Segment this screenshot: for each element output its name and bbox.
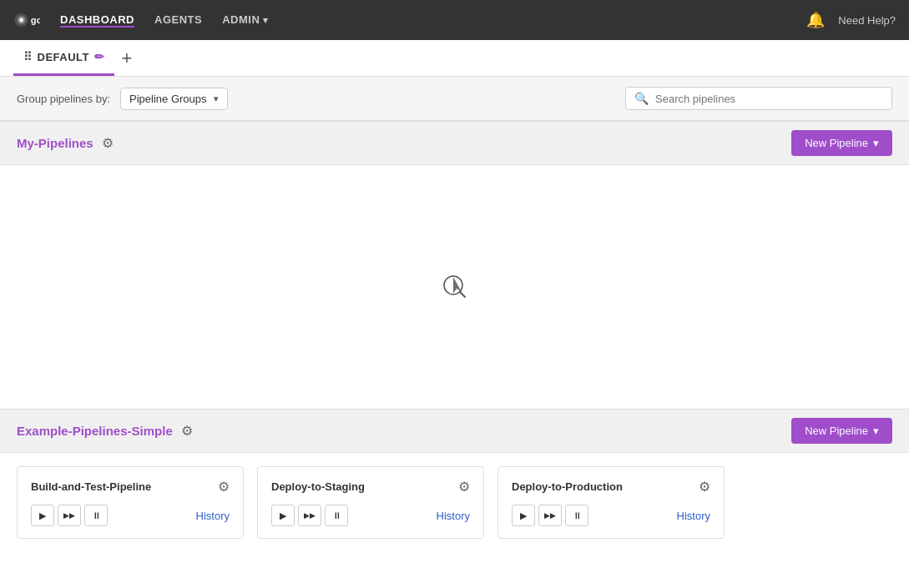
nav-admin[interactable]: ADMIN ▾ [222, 13, 269, 28]
group-by-select[interactable]: Pipeline Groups ▾ [120, 88, 228, 110]
my-pipelines-area [0, 165, 909, 409]
svg-line-5 [460, 292, 465, 297]
bell-icon[interactable]: 🔔 [806, 11, 825, 29]
cursor-icon [442, 274, 468, 300]
tab-default-label: DEFAULT [38, 51, 89, 63]
deploy-production-btn-group: ▶ ▶▶ ⏸ [512, 505, 588, 526]
build-and-test-play-btn[interactable]: ▶ [31, 505, 54, 526]
build-and-test-pause-btn[interactable]: ⏸ [84, 505, 108, 526]
nav-agents[interactable]: AGENTS [154, 13, 202, 28]
deploy-production-history-link[interactable]: History [677, 510, 710, 522]
nav-links: DASHBOARD AGENTS ADMIN ▾ [60, 13, 786, 28]
deploy-staging-play-btn[interactable]: ▶ [271, 505, 295, 526]
tab-edit-icon[interactable]: ✏ [94, 50, 105, 63]
group-header-my-pipelines: My-Pipelines ⚙ New Pipeline ▾ [0, 121, 909, 165]
filter-bar: Group pipelines by: Pipeline Groups ▾ 🔍 [0, 77, 909, 121]
group-header-example-simple: Example-Pipelines-Simple ⚙ New Pipeline … [0, 409, 909, 453]
search-box: 🔍 [625, 87, 892, 110]
build-and-test-history-link[interactable]: History [196, 510, 230, 522]
card-footer-deploy-staging: ▶ ▶▶ ⏸ History [271, 505, 470, 526]
new-pipeline-chevron: ▾ [873, 137, 879, 149]
admin-dropdown-arrow: ▾ [263, 15, 269, 25]
group-by-label: Group pipelines by: [17, 93, 110, 105]
deploy-production-pause-btn[interactable]: ⏸ [565, 505, 588, 526]
card-title-build-and-test: Build-and-Test-Pipeline [31, 480, 151, 493]
grid-icon: ⠿ [23, 50, 33, 63]
pipeline-group-example-simple: Example-Pipelines-Simple ⚙ New Pipeline … [0, 409, 909, 588]
svg-text:go: go [31, 15, 40, 25]
group-header-left: My-Pipelines ⚙ [17, 135, 114, 151]
build-and-test-skip-btn[interactable]: ▶▶ [58, 505, 81, 526]
card-header-build-and-test: Build-and-Test-Pipeline ⚙ [31, 479, 230, 495]
deploy-staging-skip-btn[interactable]: ▶▶ [298, 505, 321, 526]
card-footer-deploy-production: ▶ ▶▶ ⏸ History [512, 505, 710, 526]
card-header-deploy-staging: Deploy-to-Staging ⚙ [271, 479, 470, 495]
my-pipelines-settings-icon[interactable]: ⚙ [102, 135, 114, 151]
group-header-left-example: Example-Pipelines-Simple ⚙ [17, 423, 193, 439]
deploy-production-play-btn[interactable]: ▶ [512, 505, 535, 526]
deploy-production-skip-btn[interactable]: ▶▶ [538, 505, 562, 526]
tab-bar: ⠿ DEFAULT ✏ + [0, 40, 909, 77]
card-header-deploy-production: Deploy-to-Production ⚙ [512, 479, 710, 495]
svg-point-2 [19, 18, 23, 23]
tab-default[interactable]: ⠿ DEFAULT ✏ [13, 40, 114, 76]
build-and-test-settings-icon[interactable]: ⚙ [218, 479, 230, 495]
deploy-staging-pause-btn[interactable]: ⏸ [325, 505, 348, 526]
card-title-deploy-production: Deploy-to-Production [512, 480, 623, 493]
example-simple-pipelines-area: Build-and-Test-Pipeline ⚙ ▶ ▶▶ ⏸ History… [0, 453, 909, 588]
logo[interactable]: go [13, 7, 40, 33]
group-by-chevron: ▾ [214, 93, 219, 104]
pipeline-card-deploy-staging: Deploy-to-Staging ⚙ ▶ ▶▶ ⏸ History [257, 466, 484, 539]
new-pipeline-button-my-pipelines[interactable]: New Pipeline ▾ [791, 130, 892, 156]
search-icon: 🔍 [634, 92, 649, 105]
deploy-staging-settings-icon[interactable]: ⚙ [458, 479, 470, 495]
new-pipeline-button-example-simple[interactable]: New Pipeline ▾ [791, 418, 892, 444]
card-title-deploy-staging: Deploy-to-Staging [271, 480, 365, 493]
group-title-my-pipelines[interactable]: My-Pipelines [17, 136, 93, 150]
deploy-production-settings-icon[interactable]: ⚙ [699, 479, 710, 495]
need-help-link[interactable]: Need Help? [838, 14, 896, 27]
pipeline-card-build-and-test: Build-and-Test-Pipeline ⚙ ▶ ▶▶ ⏸ History [17, 466, 244, 539]
group-by-value: Pipeline Groups [129, 93, 207, 105]
nav-dashboard[interactable]: DASHBOARD [60, 13, 134, 28]
pipeline-group-my-pipelines: My-Pipelines ⚙ New Pipeline ▾ [0, 121, 909, 409]
add-tab-button[interactable]: + [114, 49, 139, 68]
deploy-staging-btn-group: ▶ ▶▶ ⏸ [271, 505, 348, 526]
build-and-test-btn-group: ▶ ▶▶ ⏸ [31, 505, 108, 526]
new-pipeline-chevron-2: ▾ [873, 425, 879, 437]
top-nav: go DASHBOARD AGENTS ADMIN ▾ 🔔 Need Help? [0, 0, 909, 40]
nav-right: 🔔 Need Help? [806, 11, 896, 29]
card-footer-build-and-test: ▶ ▶▶ ⏸ History [31, 505, 230, 526]
pipeline-card-deploy-production: Deploy-to-Production ⚙ ▶ ▶▶ ⏸ History [497, 466, 725, 539]
deploy-staging-history-link[interactable]: History [437, 510, 470, 522]
loading-spinner [17, 178, 892, 395]
example-simple-settings-icon[interactable]: ⚙ [181, 423, 193, 439]
search-input[interactable] [655, 93, 883, 105]
filter-left: Group pipelines by: Pipeline Groups ▾ [17, 88, 228, 110]
group-title-example-simple[interactable]: Example-Pipelines-Simple [17, 424, 173, 438]
